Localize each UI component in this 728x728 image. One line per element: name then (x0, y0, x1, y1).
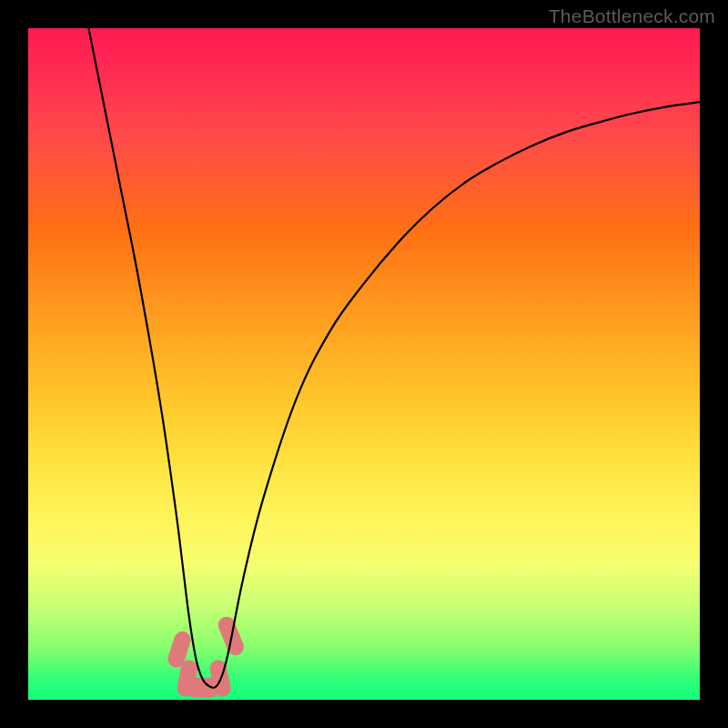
bottleneck-curve (88, 28, 700, 688)
chart-svg (28, 28, 700, 700)
chart-frame: TheBottleneck.com (0, 0, 728, 728)
chart-plot-area (28, 28, 700, 700)
watermark-text: TheBottleneck.com (549, 5, 715, 27)
